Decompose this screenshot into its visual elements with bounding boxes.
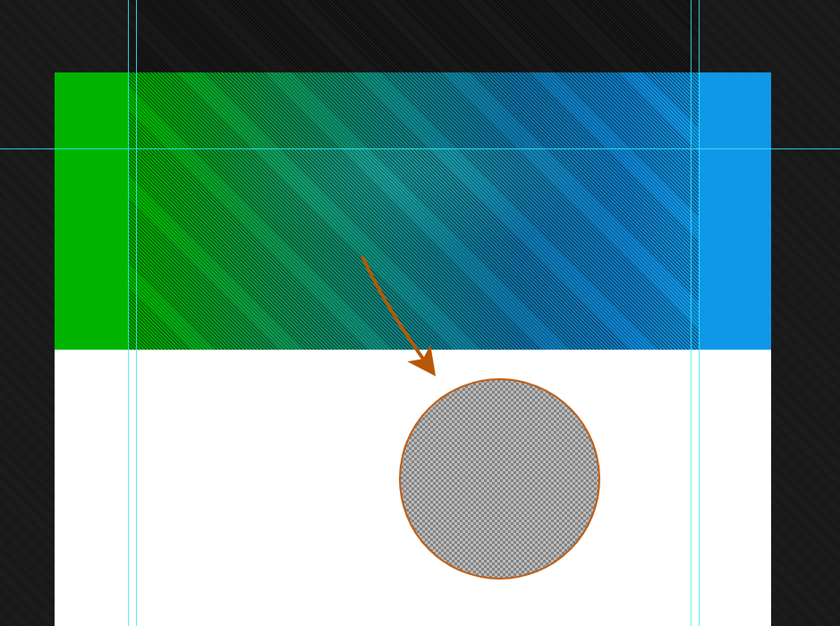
annotation-arrow[interactable] bbox=[360, 255, 449, 389]
transparency-checker-fill bbox=[401, 380, 598, 578]
vertical-guide[interactable] bbox=[136, 0, 137, 626]
horizontal-guide[interactable] bbox=[0, 148, 840, 149]
vertical-guide[interactable] bbox=[691, 0, 692, 626]
vertical-guide[interactable] bbox=[699, 0, 700, 626]
vertical-guide[interactable] bbox=[128, 0, 129, 626]
circle-shape[interactable] bbox=[399, 378, 600, 579]
